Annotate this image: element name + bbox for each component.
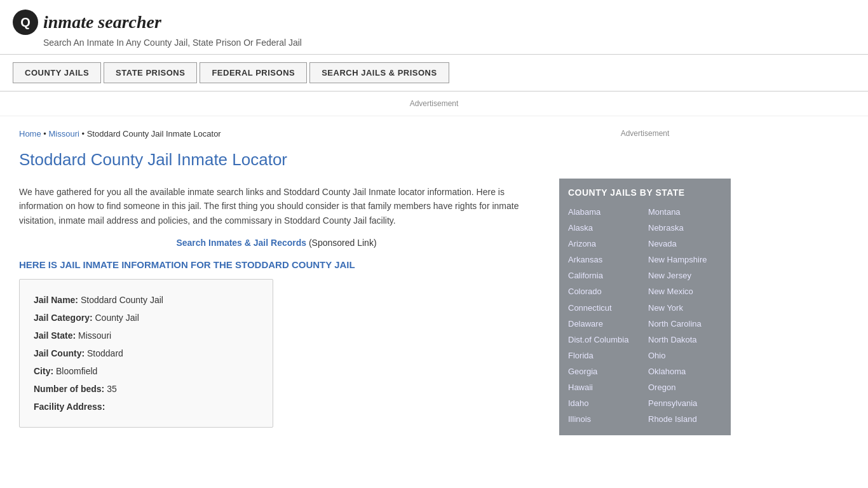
state-columns: AlabamaAlaskaArizonaArkansasCaliforniaCo… xyxy=(568,205,722,426)
state-link-pennsylvania[interactable]: Pennsylvania xyxy=(648,396,722,410)
jail-info-box: Jail Name: Stoddard County Jail Jail Cat… xyxy=(19,279,273,428)
jail-category-val: County Jail xyxy=(95,313,139,323)
jail-address-row: Facility Address: xyxy=(34,398,259,416)
header: Q inmate searcher Search An Inmate In An… xyxy=(0,0,868,55)
state-link-georgia[interactable]: Georgia xyxy=(568,365,642,379)
logo-text: inmate searcher xyxy=(43,12,161,32)
state-link-florida[interactable]: Florida xyxy=(568,349,642,363)
nav-state-prisons[interactable]: STATE PRISONS xyxy=(104,62,197,83)
state-link-new-jersey[interactable]: New Jersey xyxy=(648,269,722,283)
jail-beds-val: 35 xyxy=(107,384,117,394)
jail-city-label: City: xyxy=(34,366,53,376)
state-link-illinois[interactable]: Illinois xyxy=(568,412,642,426)
jail-category-label: Jail Category: xyxy=(34,313,93,323)
state-link-north-carolina[interactable]: North Carolina xyxy=(648,317,722,331)
main-layout: Home • Missouri • Stoddard County Jail I… xyxy=(0,116,868,448)
jail-state-row: Jail State: Missouri xyxy=(34,327,259,344)
state-link-california[interactable]: California xyxy=(568,269,642,283)
jail-name-label: Jail Name: xyxy=(34,295,78,305)
jail-state-val: Missouri xyxy=(78,330,111,341)
state-link-distof-columbia[interactable]: Dist.of Columbia xyxy=(568,333,642,347)
nav-county-jails[interactable]: COUNTY JAILS xyxy=(13,62,101,83)
state-box: COUNTY JAILS BY STATE AlabamaAlaskaArizo… xyxy=(559,179,731,435)
sponsored-link-area: Search Inmates & Jail Records (Sponsored… xyxy=(19,238,534,248)
state-link-arkansas[interactable]: Arkansas xyxy=(568,253,642,267)
ad-bar: Advertisement xyxy=(0,92,868,116)
state-link-ohio[interactable]: Ohio xyxy=(648,349,722,363)
state-link-new-york[interactable]: New York xyxy=(648,301,722,315)
state-link-connecticut[interactable]: Connecticut xyxy=(568,301,642,315)
page-title: Stoddard County Jail Inmate Locator xyxy=(19,150,534,175)
tagline: Search An Inmate In Any County Jail, Sta… xyxy=(43,37,855,48)
jail-county-val: Stoddard xyxy=(87,348,123,358)
state-link-hawaii[interactable]: Hawaii xyxy=(568,381,642,395)
state-link-alaska[interactable]: Alaska xyxy=(568,221,642,235)
state-link-new-hampshire[interactable]: New Hampshire xyxy=(648,253,722,267)
content: Home • Missouri • Stoddard County Jail I… xyxy=(0,116,553,448)
nav: COUNTY JAILS STATE PRISONS FEDERAL PRISO… xyxy=(0,55,868,92)
breadcrumb-home[interactable]: Home xyxy=(19,129,41,139)
breadcrumb-sep2: • xyxy=(82,129,87,139)
jail-category-row: Jail Category: County Jail xyxy=(34,309,259,327)
state-link-oregon[interactable]: Oregon xyxy=(648,381,722,395)
state-link-rhode-island[interactable]: Rhode Island xyxy=(648,412,722,426)
jail-state-label: Jail State: xyxy=(34,330,76,341)
state-link-oklahoma[interactable]: Oklahoma xyxy=(648,365,722,379)
jail-address-label: Facility Address: xyxy=(34,402,105,412)
jail-city-val: Bloomfield xyxy=(56,366,97,376)
state-link-colorado[interactable]: Colorado xyxy=(568,285,642,299)
state-col-1: AlabamaAlaskaArizonaArkansasCaliforniaCo… xyxy=(568,205,642,426)
state-link-delaware[interactable]: Delaware xyxy=(568,317,642,331)
breadcrumb-current: Stoddard County Jail Inmate Locator xyxy=(87,129,221,139)
sponsored-suffix: (Sponsored Link) xyxy=(309,238,377,248)
jail-county-row: Jail County: Stoddard xyxy=(34,344,259,362)
state-link-alabama[interactable]: Alabama xyxy=(568,205,642,219)
breadcrumb-state[interactable]: Missouri xyxy=(48,129,79,139)
logo-icon: Q xyxy=(13,10,38,35)
sidebar-ad: Advertisement xyxy=(559,129,731,167)
jail-beds-row: Number of beds: 35 xyxy=(34,380,259,398)
jail-city-row: City: Bloomfield xyxy=(34,362,259,380)
state-link-nevada[interactable]: Nevada xyxy=(648,237,722,251)
state-col-2: MontanaNebraskaNevadaNew HampshireNew Je… xyxy=(648,205,722,426)
jail-name-row: Jail Name: Stoddard County Jail xyxy=(34,291,259,309)
state-link-arizona[interactable]: Arizona xyxy=(568,237,642,251)
state-link-idaho[interactable]: Idaho xyxy=(568,396,642,410)
description: We have gathered for you all the availab… xyxy=(19,185,534,227)
state-link-montana[interactable]: Montana xyxy=(648,205,722,219)
nav-federal-prisons[interactable]: FEDERAL PRISONS xyxy=(200,62,307,83)
breadcrumb: Home • Missouri • Stoddard County Jail I… xyxy=(19,129,534,139)
nav-search-jails-prisons[interactable]: SEARCH JAILS & PRISONS xyxy=(309,62,449,83)
logo-area: Q inmate searcher xyxy=(13,10,855,35)
jail-beds-label: Number of beds: xyxy=(34,384,104,394)
state-link-nebraska[interactable]: Nebraska xyxy=(648,221,722,235)
state-box-title: COUNTY JAILS BY STATE xyxy=(568,187,722,198)
state-link-new-mexico[interactable]: New Mexico xyxy=(648,285,722,299)
jail-county-label: Jail County: xyxy=(34,348,85,358)
sidebar: Advertisement COUNTY JAILS BY STATE Alab… xyxy=(553,116,743,448)
sponsored-link[interactable]: Search Inmates & Jail Records xyxy=(176,238,306,248)
jail-name-val: Stoddard County Jail xyxy=(81,295,163,305)
state-link-north-dakota[interactable]: North Dakota xyxy=(648,333,722,347)
section-heading: HERE IS JAIL INMATE INFORMATION FOR THE … xyxy=(19,259,534,270)
